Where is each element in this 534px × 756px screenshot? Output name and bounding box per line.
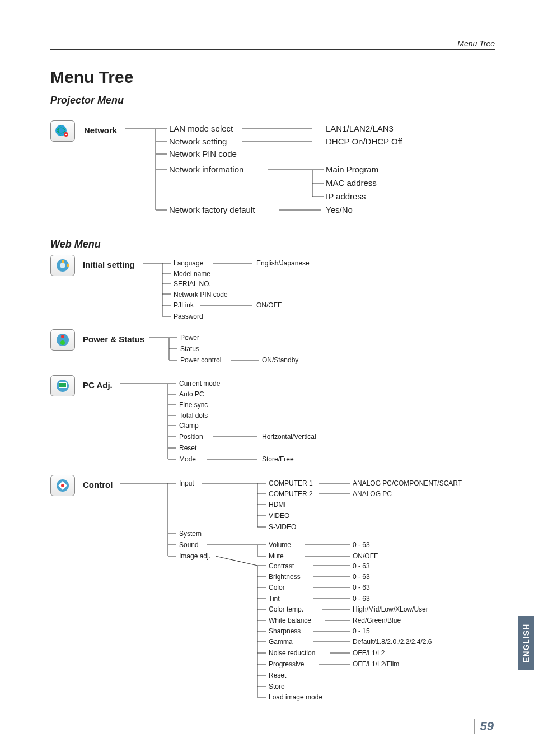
- control-input-child: S-VIDEO: [269, 523, 296, 531]
- control-image-child: Color temp.: [269, 605, 303, 613]
- pcadj-item: Position: [179, 433, 203, 441]
- initial-setting-label: Initial setting: [83, 260, 135, 269]
- control-image-child: Progressive: [269, 660, 304, 668]
- power-value: ON/Standby: [262, 356, 298, 364]
- pcadj-item: Total dots: [179, 412, 208, 419]
- svg-rect-11: [59, 383, 66, 387]
- pc-adj-icon: [50, 375, 75, 396]
- control-image-child: Store: [269, 683, 285, 690]
- control-input-child: COMPUTER 2: [269, 490, 313, 498]
- control-value: Default/1.8/2.0./2.2/2.4/2.6: [353, 638, 432, 646]
- power-item: Status: [180, 345, 199, 353]
- svg-point-7: [61, 335, 64, 338]
- control-value: ANALOG PC/COMPONENT/SCART: [353, 479, 462, 487]
- control-value: ON/OFF: [353, 552, 378, 560]
- network-value: Yes/No: [326, 205, 353, 214]
- control-input-child: VIDEO: [269, 512, 289, 520]
- control-image-child: Contrast: [269, 562, 294, 570]
- control-icon: [50, 475, 75, 496]
- control-value: OFF/L1/L2: [353, 649, 385, 657]
- network-item: Network setting: [169, 137, 227, 146]
- network-value: LAN1/LAN2/LAN3: [326, 124, 394, 133]
- control-image-child: Brightness: [269, 573, 301, 581]
- control-item: Image adj.: [179, 552, 210, 560]
- control-value: OFF/L1/L2/Film: [353, 660, 399, 668]
- initial-value: ON/OFF: [256, 301, 282, 309]
- network-item: Network factory default: [169, 205, 255, 214]
- control-item: Sound: [179, 541, 199, 549]
- control-sound-child: Mute: [269, 552, 284, 560]
- power-status-icon: [50, 329, 75, 351]
- control-item: Input: [179, 479, 194, 487]
- control-image-child: Sharpness: [269, 627, 301, 635]
- pcadj-value: Horizontal/Vertical: [262, 433, 316, 441]
- control-input-child: HDMI: [269, 501, 286, 508]
- svg-point-8: [60, 340, 65, 345]
- initial-item: Network PIN code: [174, 291, 228, 298]
- control-value: 0 - 63: [353, 595, 370, 603]
- pcadj-item: Clamp: [179, 422, 199, 430]
- network-icon: [50, 120, 75, 142]
- section-web-menu: Web Menu: [50, 239, 101, 250]
- control-image-child: Noise reduction: [269, 649, 315, 657]
- svg-point-14: [61, 484, 64, 487]
- initial-value: English/Japanese: [256, 259, 310, 267]
- pc-adj-label: PC Adj.: [83, 380, 113, 390]
- svg-point-3: [60, 263, 65, 268]
- control-item: System: [179, 530, 202, 538]
- power-item: Power control: [180, 356, 221, 364]
- control-value: Red/Green/Blue: [353, 617, 401, 624]
- control-image-child: Color: [269, 584, 285, 591]
- svg-rect-4: [62, 260, 64, 263]
- pcadj-item: Reset: [179, 444, 196, 452]
- pcadj-item: Mode: [179, 455, 196, 463]
- control-image-child: Tint: [269, 595, 280, 603]
- pcadj-item: Current mode: [179, 380, 220, 388]
- header-rule: [50, 49, 495, 50]
- power-status-label: Power & Status: [83, 334, 144, 344]
- page-title: Menu Tree: [50, 68, 495, 87]
- breadcrumb: Menu Tree: [457, 39, 495, 48]
- initial-setting-icon: [50, 255, 75, 276]
- power-item: Power: [180, 334, 199, 342]
- initial-item: SERIAL NO.: [174, 280, 211, 288]
- language-tab: ENGLISH: [518, 616, 534, 670]
- pcadj-value: Store/Free: [262, 455, 294, 463]
- initial-item: Language: [174, 259, 203, 267]
- control-value: High/Mid/Low/XLow/User: [353, 605, 428, 613]
- pcadj-item: Fine sync: [179, 401, 208, 409]
- initial-item: Model name: [174, 270, 210, 278]
- initial-item: PJLink: [174, 301, 194, 309]
- control-value: 0 - 15: [353, 627, 370, 635]
- network-item: Network information: [169, 165, 243, 174]
- control-value: ANALOG PC: [353, 490, 392, 498]
- network-info-child: IP address: [326, 192, 366, 201]
- network-info-child: MAC address: [326, 178, 377, 188]
- svg-rect-5: [67, 264, 69, 267]
- control-sound-child: Volume: [269, 541, 291, 549]
- network-value: DHCP On/DHCP Off: [326, 137, 402, 146]
- control-image-child: Load image mode: [269, 693, 322, 701]
- pcadj-item: Auto PC: [179, 390, 204, 398]
- control-value: 0 - 63: [353, 584, 370, 591]
- control-image-child: Reset: [269, 671, 286, 679]
- control-label: Control: [83, 480, 113, 489]
- control-image-child: Gamma: [269, 638, 293, 646]
- control-value: 0 - 63: [353, 541, 370, 549]
- control-input-child: COMPUTER 1: [269, 479, 313, 487]
- network-label: Network: [84, 125, 117, 135]
- control-value: 0 - 63: [353, 562, 370, 570]
- network-item: LAN mode select: [169, 124, 233, 133]
- control-image-child: White balance: [269, 617, 311, 624]
- initial-item: Password: [174, 312, 203, 320]
- control-value: 0 - 63: [353, 573, 370, 581]
- section-projector-menu: Projector Menu: [50, 95, 495, 106]
- network-item: Network PIN code: [169, 149, 237, 158]
- page-number: 59: [474, 719, 494, 734]
- network-info-child: Main Program: [326, 165, 378, 174]
